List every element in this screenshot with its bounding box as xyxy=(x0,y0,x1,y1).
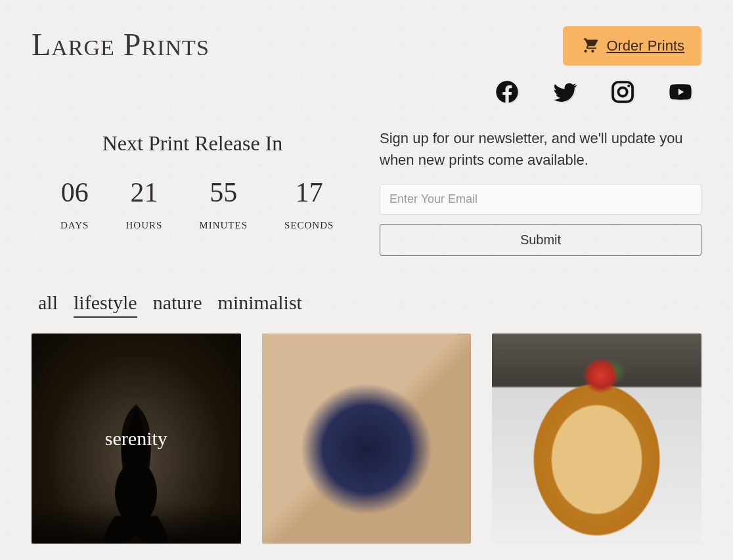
gallery-card-label: serenity xyxy=(105,427,167,450)
countdown-days-label: DAYS xyxy=(60,220,89,231)
gallery-card-serenity[interactable]: serenity xyxy=(32,334,241,544)
countdown-minutes-value: 55 xyxy=(199,177,248,208)
filter-all[interactable]: all xyxy=(38,291,58,318)
countdown-seconds-value: 17 xyxy=(284,177,334,208)
order-prints-label: Order Prints xyxy=(606,37,684,54)
countdown-minutes-label: MINUTES xyxy=(199,220,248,231)
gallery-card-grapes[interactable] xyxy=(262,334,472,544)
countdown-title: Next Print Release In xyxy=(32,131,353,156)
email-input[interactable] xyxy=(380,184,701,215)
svg-point-1 xyxy=(618,87,627,96)
countdown-days-value: 06 xyxy=(60,177,89,208)
submit-button[interactable]: Submit xyxy=(380,224,701,256)
svg-point-2 xyxy=(627,85,630,87)
order-prints-button[interactable]: Order Prints xyxy=(563,26,701,66)
youtube-icon[interactable] xyxy=(667,79,694,105)
filter-nature[interactable]: nature xyxy=(153,291,202,318)
gallery-card-pancakes[interactable] xyxy=(492,334,701,544)
newsletter-description: Sign up for our newsletter, and we'll up… xyxy=(380,127,701,171)
filter-tabs: all lifestyle nature minimalist xyxy=(0,256,733,318)
twitter-icon[interactable] xyxy=(552,79,578,105)
countdown-seconds-label: SECONDS xyxy=(284,220,334,231)
site-logo: Large Prints xyxy=(32,26,210,62)
filter-lifestyle[interactable]: lifestyle xyxy=(74,291,137,318)
instagram-icon[interactable] xyxy=(610,79,636,105)
countdown-timer: 06 DAYS 21 HOURS 55 MINUTES 17 SECONDS xyxy=(32,177,353,231)
cart-icon xyxy=(580,35,598,56)
countdown-hours-value: 21 xyxy=(125,177,162,208)
countdown-hours-label: HOURS xyxy=(125,220,162,231)
filter-minimalist[interactable]: minimalist xyxy=(218,291,302,318)
facebook-icon[interactable] xyxy=(494,79,520,105)
